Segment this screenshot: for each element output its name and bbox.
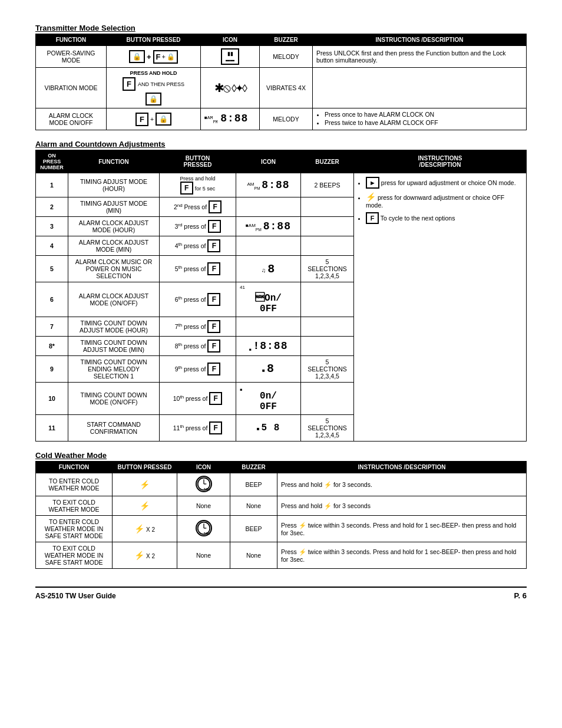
display-icon: ▮▮▬▬ xyxy=(221,48,239,65)
footer-subtitle: User Guide xyxy=(76,592,115,600)
buzzer-vib: VIBRATES 4X xyxy=(260,68,313,108)
lightning-3: ⚡ xyxy=(134,524,144,533)
buz-3 xyxy=(301,217,354,236)
f-btn-8: F xyxy=(207,340,220,353)
num-11: 11 xyxy=(36,415,68,442)
func-6: ALARM CLOCK ADJUST MODE (ON/OFF) xyxy=(68,282,160,317)
num-5: 5 xyxy=(36,256,68,282)
buz-1: 2 BEEPS xyxy=(301,173,354,197)
cold-btn-1: ⚡ xyxy=(113,473,177,496)
vibrate-icon: ✱︎⦸ xyxy=(214,81,230,94)
lock-alarm: 🔒 xyxy=(156,113,171,126)
lightning-2: ⚡ xyxy=(140,501,150,510)
buz-4 xyxy=(301,236,354,256)
th-button: BUTTON PRESSED xyxy=(107,34,201,46)
cold-icon-4: None xyxy=(177,542,230,569)
num-9: 9 xyxy=(36,355,68,382)
disp-11: 5 8 xyxy=(261,423,280,433)
and-then: AND THEN PRESS xyxy=(138,81,184,87)
f-btn-2: F xyxy=(209,200,222,213)
button-cell: 🔒 + F + 🔒 xyxy=(107,46,201,68)
function-cell-alarm: ALARM CLOCKMODE ON/OFF xyxy=(36,108,107,130)
btn-6: 6th press of F xyxy=(160,282,236,317)
buz-11: 5SELECTIONS1,2,3,4,5 xyxy=(301,415,354,442)
f-icon-vibrate: F xyxy=(123,77,135,91)
next-icon: ► xyxy=(366,177,379,189)
func-3: ALARM CLOCK ADJUST MODE (HOUR) xyxy=(68,217,160,236)
icon-cell-vib: ✱︎⦸ ◊✦◊ xyxy=(201,68,260,108)
th-buz: BUZZER xyxy=(301,150,354,173)
cold-instr-3: Press ⚡ twice within 3 seconds. Press an… xyxy=(277,516,527,542)
buz-7 xyxy=(301,317,354,336)
alarm-table: On PressNumber FUNCTION BUTTONPRESSED IC… xyxy=(35,150,527,442)
transmitter-table: FUNCTION BUTTON PRESSED ICON BUZZER INST… xyxy=(35,34,527,130)
func-9: TIMING COUNT DOWN ENDING MELODY SELECTIO… xyxy=(68,355,160,382)
f-btn-3: F xyxy=(208,220,221,233)
cold-func-1: TO ENTER COLD WEATHER MODE xyxy=(36,473,113,496)
alarm-section: Alarm and Countdown Adjustments On Press… xyxy=(35,140,527,442)
am-pm-label: ■AMPM xyxy=(204,117,217,123)
comma: + xyxy=(150,116,154,123)
onoff-disp: On/0FF xyxy=(255,293,282,314)
btn-2: 2nd Press of F xyxy=(160,197,236,217)
cold-table: FUNCTION BUTTON PRESSED ICON BUZZER INST… xyxy=(35,461,527,569)
btn-10: 10th press of F xyxy=(160,382,236,415)
icon-7 xyxy=(236,317,301,336)
vib-sym: ◊✦◊ xyxy=(232,83,246,94)
cold-instr-2: Press and hold ⚡ for 3 seconds xyxy=(277,496,527,516)
icon-10: ■ 0n/0FF xyxy=(236,382,301,415)
f-btn-11: F xyxy=(209,421,222,434)
lock-icon-vib: 🔒 xyxy=(146,93,161,106)
btn-11: 11th press of F xyxy=(160,415,236,442)
f-btn-1: F xyxy=(180,182,193,195)
table-row: TO EXIT COLD WEATHER MODE ⚡ None None Pr… xyxy=(36,496,527,516)
disp-3: 8:88 xyxy=(263,220,291,232)
disp-9: 8 xyxy=(267,362,275,375)
buz-8 xyxy=(301,336,354,355)
cold-func-4: TO EXIT COLD WEATHER MODE IN SAFE START … xyxy=(36,542,113,569)
cold-th-buz: BUZZER xyxy=(230,462,277,473)
disp-8: !8:88 xyxy=(253,340,287,352)
instr-vib xyxy=(313,68,527,108)
func-1: TIMING ADJUST MODE (HOUR) xyxy=(68,173,160,197)
cold-th-btn: BUTTON PRESSED xyxy=(113,462,177,473)
f-btn-9: F xyxy=(207,363,220,375)
transmitter-section: Transmitter Mode Selection FUNCTION BUTT… xyxy=(35,24,527,130)
buz-10 xyxy=(301,382,354,415)
num-6: 6 xyxy=(36,282,68,317)
cold-icon-2: None xyxy=(177,496,230,516)
cold-buz-1: BEEP xyxy=(230,473,277,496)
func-10: TIMING COUNT DOWN MODE (ON/OFF) xyxy=(68,382,160,415)
button-cell-alarm: F + 🔒 xyxy=(107,108,201,130)
cold-section: Cold Weather Mode FUNCTION BUTTON PRESSE… xyxy=(35,451,527,569)
cold-instr-1: Press and hold ⚡ for 3 seconds. xyxy=(277,473,527,496)
icon-11: ■ 5 8 xyxy=(236,415,301,442)
th-instr: INSTRUCTIONS/DESCRIPTION xyxy=(354,150,527,173)
onoff-disp2: 0n/0FF xyxy=(260,391,277,412)
th-instructions: INSTRUCTIONS /DESCRIPTION xyxy=(313,34,527,46)
function-cell: POWER-SAVINGMODE xyxy=(36,46,107,68)
func-7: TIMING COUNT DOWN ADJUST MODE (HOUR) xyxy=(68,317,160,336)
btn-8: 8th press of F xyxy=(160,336,236,355)
buz-2 xyxy=(301,197,354,217)
th-func: FUNCTION xyxy=(68,150,160,173)
cold-icon-1: 24H xyxy=(177,473,230,496)
cold-title: Cold Weather Mode xyxy=(35,451,527,460)
f-cycle: F xyxy=(366,212,379,224)
table-row: TO ENTER COLD WEATHER MODE ⚡ 24H BEEP xyxy=(36,473,527,496)
footer: AS-2510 TW User Guide P. 6 xyxy=(35,587,527,600)
lock-icon-2: 🔒 xyxy=(167,53,175,61)
table-row: TO ENTER COLD WEATHER MODE IN SAFE START… xyxy=(36,516,527,542)
clock-24h-1: 24H xyxy=(196,476,212,492)
footer-brand: AS-2510 TW User Guide xyxy=(35,592,116,600)
plus-inner: + xyxy=(162,53,166,60)
th-onpress: On PressNumber xyxy=(36,150,68,173)
lock-icon: 🔒 xyxy=(129,50,145,63)
cold-th-instr: INSTRUCTIONS /DESCRIPTION xyxy=(277,462,527,473)
f-btn-7: F xyxy=(207,320,220,333)
disp-1: 8:88 xyxy=(262,179,289,191)
th-icn: ICON xyxy=(236,150,301,173)
f-btn-5: F xyxy=(207,262,220,275)
table-row: 1 TIMING ADJUST MODE (HOUR) Press and ho… xyxy=(36,173,527,197)
alarm-title: Alarm and Countdown Adjustments xyxy=(35,140,527,149)
